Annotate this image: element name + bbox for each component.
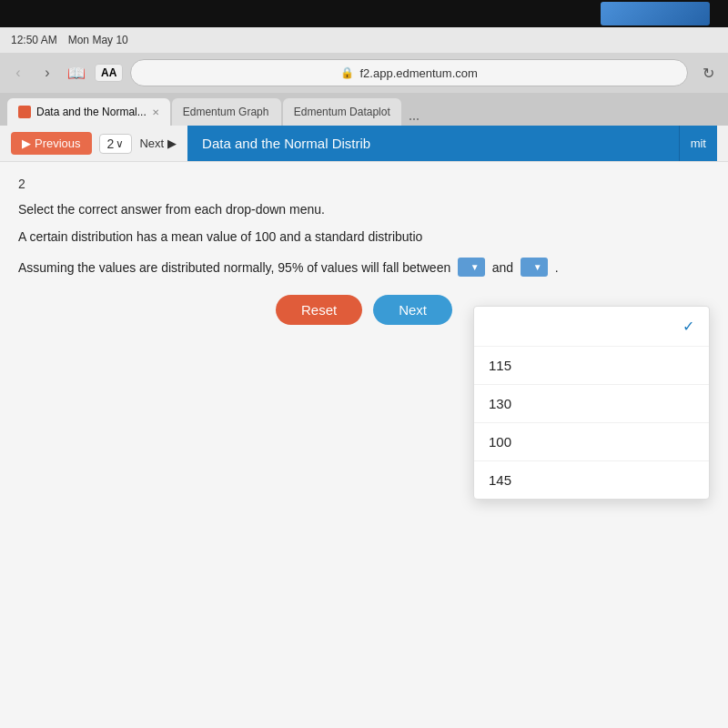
dropdown-item-130[interactable]: 130: [474, 385, 709, 423]
dropdown-overlay: ✓ 115 130 100 145: [473, 306, 710, 500]
dropdown-value-115: 115: [489, 358, 511, 373]
refresh-button[interactable]: ↻: [695, 60, 721, 86]
page-title: Data and the Normal Distrib: [202, 136, 370, 151]
dropdown-1[interactable]: ▼: [458, 258, 485, 277]
forward-button[interactable]: ›: [36, 62, 58, 84]
dropdown-value-145: 145: [489, 472, 511, 488]
question-number-display[interactable]: 2 ∨: [99, 134, 133, 154]
tab-edmentum-graph[interactable]: Edmentum Graph: [172, 98, 281, 126]
tab-label-2: Edmentum Graph: [183, 106, 269, 118]
browser-tabs: Data and the Normal... ✕ Edmentum Graph …: [0, 93, 728, 126]
and-text: and: [492, 260, 513, 275]
status-day: Mon May 10: [68, 34, 128, 46]
tab-close-1[interactable]: ✕: [152, 107, 159, 117]
browser-chrome: ‹ › 📖 AA 🔒 f2.app.edmentum.com ↻: [0, 53, 728, 93]
period: .: [555, 260, 559, 275]
rest-area: [0, 526, 728, 728]
dropdown-2[interactable]: ▼: [521, 258, 548, 277]
dropdown-2-value: [526, 260, 530, 274]
dropdown-2-arrow: ▼: [533, 262, 542, 272]
reader-mode-button[interactable]: AA: [95, 64, 123, 82]
prev-icon: ▶: [22, 136, 31, 150]
tab-label-3: Edmentum Dataplot: [294, 106, 390, 118]
main-content: 2 Select the correct answer from each dr…: [0, 162, 728, 526]
address-text: f2.app.edmentum.com: [359, 66, 477, 80]
bookmark-button[interactable]: 📖: [66, 62, 87, 84]
back-button[interactable]: ‹: [7, 62, 29, 84]
dropdown-value-130: 130: [489, 396, 511, 411]
problem-text: A certain distribution has a mean value …: [18, 228, 710, 247]
answer-prefix: Assuming the values are distributed norm…: [18, 260, 450, 275]
address-bar[interactable]: 🔒 f2.app.edmentum.com: [130, 59, 688, 86]
tab-edmentum-dataplot[interactable]: Edmentum Dataplot: [283, 98, 401, 126]
dropdown-item-check[interactable]: ✓: [474, 307, 709, 347]
dropdown-item-100[interactable]: 100: [474, 423, 709, 461]
reset-button[interactable]: Reset: [276, 295, 362, 325]
prev-label: Previous: [35, 136, 81, 150]
top-accent: [601, 2, 710, 25]
tab-label-1: Data and the Normal...: [36, 106, 147, 118]
dropdown-item-145[interactable]: 145: [474, 461, 709, 499]
lock-icon: 🔒: [340, 66, 354, 79]
submit-button[interactable]: mit: [679, 126, 717, 161]
question-nav: 2 ∨: [99, 134, 133, 154]
status-time: 12:50 AM: [11, 34, 57, 46]
previous-button[interactable]: ▶ Previous: [11, 132, 92, 155]
answer-row: Assuming the values are distributed norm…: [18, 258, 710, 277]
status-bar: 12:50 AM Mon May 10: [0, 27, 728, 53]
instruction-text: Select the correct answer from each drop…: [18, 202, 710, 217]
next-toolbar-button[interactable]: Next ▶: [139, 136, 177, 150]
dropdown-1-value: [463, 260, 467, 274]
question-num-text: 2: [107, 136, 115, 151]
app-toolbar: ▶ Previous 2 ∨ Next ▶ Data and the Norma…: [0, 126, 728, 162]
top-dark-bar: [0, 0, 728, 27]
question-number: 2: [18, 177, 710, 191]
next-icon: ▶: [167, 136, 177, 150]
submit-label: mit: [691, 136, 706, 150]
check-mark-icon: ✓: [682, 318, 694, 335]
next-toolbar-label: Next: [139, 136, 164, 150]
tab-favicon-1: [18, 106, 31, 118]
next-button[interactable]: Next: [373, 295, 452, 325]
dropdown-1-arrow: ▼: [470, 262, 480, 272]
page-title-bar: Data and the Normal Distrib: [187, 126, 679, 161]
chevron-down-icon: ∨: [116, 137, 124, 150]
dropdown-value-100: 100: [489, 434, 511, 450]
dropdown-item-115[interactable]: 115: [474, 347, 709, 385]
tab-overflow-button[interactable]: ⋯: [403, 113, 425, 126]
tab-data-normal[interactable]: Data and the Normal... ✕: [7, 98, 170, 126]
